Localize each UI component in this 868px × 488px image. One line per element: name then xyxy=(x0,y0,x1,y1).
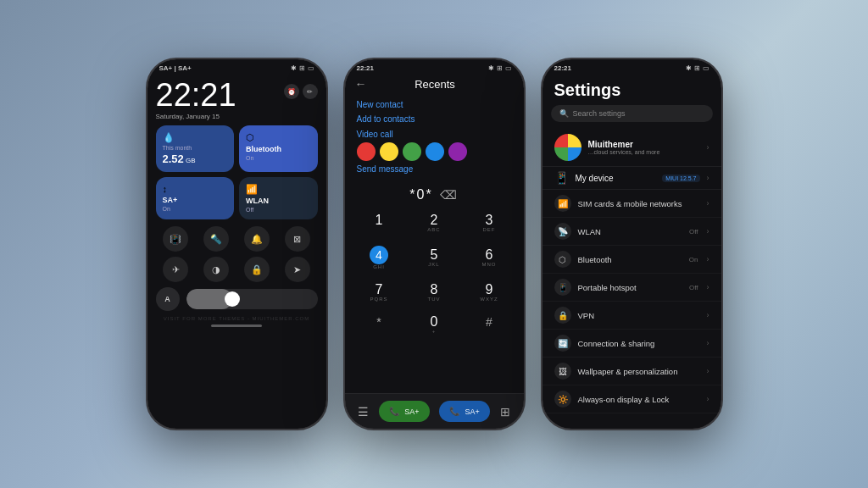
connection-icon: 🔄 xyxy=(554,335,571,352)
dial-text: *0* xyxy=(409,187,432,202)
dial-key-hash[interactable]: # xyxy=(464,311,515,340)
device-icon: 📱 xyxy=(554,171,569,185)
auto-brightness-btn[interactable]: A xyxy=(156,287,180,311)
hotspot-setting[interactable]: 📱 Portable hotspot Off › xyxy=(542,274,721,302)
dial-key-1[interactable]: 1 xyxy=(353,209,405,238)
bluetooth-tile[interactable]: ⬡ Bluetooth On xyxy=(239,125,318,172)
time-display-1: 22:21 xyxy=(156,79,236,111)
watermark-1: VISIT FOR MORE THEMES - MIUITHEMER.COM xyxy=(156,316,318,321)
dial-display: *0* ⌫ xyxy=(353,184,515,206)
device-row[interactable]: 📱 My device MIUI 12.5.7 › xyxy=(542,167,721,190)
delete-btn[interactable]: ⌫ xyxy=(440,188,459,202)
bt-icon-3: ✱ xyxy=(686,64,692,72)
dot-purple xyxy=(448,142,467,161)
dial-key-2[interactable]: 2ABC xyxy=(409,209,460,238)
dial-key-9[interactable]: 9WXYZ xyxy=(464,279,515,308)
sim-setting[interactable]: 📶 SIM cards & mobile networks › xyxy=(542,190,721,218)
brightness-slider[interactable] xyxy=(186,289,318,309)
location-btn[interactable]: ➤ xyxy=(285,257,310,282)
device-badge: MIUI 12.5.7 xyxy=(662,175,699,182)
status-bar-3: 22:21 ✱ ⊞ ▭ xyxy=(542,59,721,74)
call-btn-sa1[interactable]: 📞 SA+ xyxy=(379,401,429,422)
bluetooth-label: Bluetooth xyxy=(578,255,682,264)
edit-icon[interactable]: ✏ xyxy=(303,84,318,99)
dial-key-5[interactable]: 5JKL xyxy=(409,241,460,275)
darkmode-btn[interactable]: ◑ xyxy=(203,257,229,282)
status-bar-2: 22:21 ✱ ⊞ ▭ xyxy=(345,59,524,74)
bat-icon-2: ▭ xyxy=(505,64,512,72)
dial-key-8[interactable]: 8TUV xyxy=(409,279,460,308)
bluetooth-setting[interactable]: ⬡ Bluetooth On › xyxy=(542,246,721,274)
dot-green xyxy=(403,142,421,161)
wallpaper-setting[interactable]: 🖼 Wallpaper & personalization › xyxy=(542,358,721,385)
aod-label: Always-on display & Lock xyxy=(578,395,698,404)
connection-setting[interactable]: 🔄 Connection & sharing › xyxy=(542,330,721,358)
phone-3: 22:21 ✱ ⊞ ▭ Settings 🔍 Search settings xyxy=(541,58,723,430)
dialpad-grid: 1 2ABC 3DEF 4 GHI 5JKL 6MNO 7PQRS 8TUV 9… xyxy=(353,209,515,340)
sa-tile[interactable]: ↕ SA+ On xyxy=(156,177,235,219)
call-btn-sa2[interactable]: 📞 SA+ xyxy=(439,401,489,422)
back-button[interactable]: ← xyxy=(355,77,367,91)
dial-key-4[interactable]: 4 GHI xyxy=(353,241,405,275)
connection-chevron-icon: › xyxy=(707,339,709,347)
hotspot-label: Portable hotspot xyxy=(578,283,682,292)
phone-1: SA+ | SA+ ✱ ⊞ ▭ 22:21 Saturday, January … xyxy=(146,58,328,430)
status-time-3: 22:21 xyxy=(554,64,571,72)
vibrate-btn[interactable]: 📳 xyxy=(163,226,188,252)
wlan-setting[interactable]: 📡 WLAN Off › xyxy=(542,218,721,246)
alarm-icon[interactable]: ⏰ xyxy=(284,84,299,99)
profile-row[interactable]: Miuithemer …cloud services, and more › xyxy=(542,129,721,167)
wlan-tile[interactable]: 📶 WLAN Off xyxy=(239,177,318,219)
menu-icon[interactable]: ☰ xyxy=(358,405,369,419)
aod-icon: 🔆 xyxy=(554,391,571,408)
wallpaper-chevron-icon: › xyxy=(707,367,709,375)
settings-title: Settings xyxy=(542,77,721,105)
status-time-2: 22:21 xyxy=(357,64,374,72)
bat-icon-3: ▭ xyxy=(703,64,709,72)
phone-icon-2: 📞 xyxy=(449,407,459,416)
sim-label: SIM cards & mobile networks xyxy=(578,199,698,208)
dot-blue xyxy=(426,142,444,161)
bt-icon-2: ✱ xyxy=(488,64,494,72)
dot-yellow xyxy=(380,142,398,161)
send-message-btn[interactable]: Send message xyxy=(345,163,524,180)
search-placeholder: Search settings xyxy=(573,109,626,118)
icon-row-2: ✈ ◑ 🔒 ➤ xyxy=(156,257,318,282)
signal-icon: ⊞ xyxy=(299,64,305,72)
new-contact-btn[interactable]: New contact xyxy=(357,97,512,112)
data-icon: 💧 xyxy=(163,132,228,143)
sim-chevron-icon: › xyxy=(707,199,709,208)
dial-key-6[interactable]: 6MNO xyxy=(464,241,515,275)
dial-key-star[interactable]: * xyxy=(353,311,405,340)
call-label-1: SA+ xyxy=(404,408,419,416)
vpn-setting[interactable]: 🔒 VPN › xyxy=(542,302,721,330)
airplane-btn[interactable]: ✈ xyxy=(163,257,188,282)
dot-red xyxy=(357,142,376,161)
lock-btn[interactable]: 🔒 xyxy=(244,257,270,282)
contact-color-dots xyxy=(345,141,524,163)
grid-icon[interactable]: ⊞ xyxy=(500,405,510,419)
status-bar-1: SA+ | SA+ ✱ ⊞ ▭ xyxy=(147,59,326,74)
flashlight-btn[interactable]: 🔦 xyxy=(203,226,229,252)
page-title-2: Recents xyxy=(374,78,497,91)
video-call-label: Video call xyxy=(345,130,524,141)
wallpaper-icon: 🖼 xyxy=(554,363,571,380)
dial-key-0[interactable]: 0+ xyxy=(409,311,460,340)
status-icons-1: ✱ ⊞ ▭ xyxy=(291,64,314,72)
status-icons-3: ✱ ⊞ ▭ xyxy=(686,64,709,72)
data-tile[interactable]: 💧 This month 2.52 GB xyxy=(156,125,235,172)
home-indicator-1[interactable] xyxy=(211,324,262,327)
aod-chevron-icon: › xyxy=(707,395,709,403)
contact-actions: New contact Add to contacts xyxy=(345,94,524,130)
vpn-label: VPN xyxy=(578,311,698,320)
dial-key-3[interactable]: 3DEF xyxy=(464,209,515,238)
notification-btn[interactable]: 🔔 xyxy=(244,226,270,252)
screen-btn[interactable]: ⊠ xyxy=(285,226,310,252)
search-icon: 🔍 xyxy=(559,109,569,118)
settings-search[interactable]: 🔍 Search settings xyxy=(551,105,713,122)
device-chevron-icon: › xyxy=(707,174,709,182)
add-to-contacts-btn[interactable]: Add to contacts xyxy=(357,112,512,126)
vpn-icon: 🔒 xyxy=(554,307,571,324)
aod-setting[interactable]: 🔆 Always-on display & Lock › xyxy=(542,385,721,413)
dial-key-7[interactable]: 7PQRS xyxy=(353,279,405,308)
